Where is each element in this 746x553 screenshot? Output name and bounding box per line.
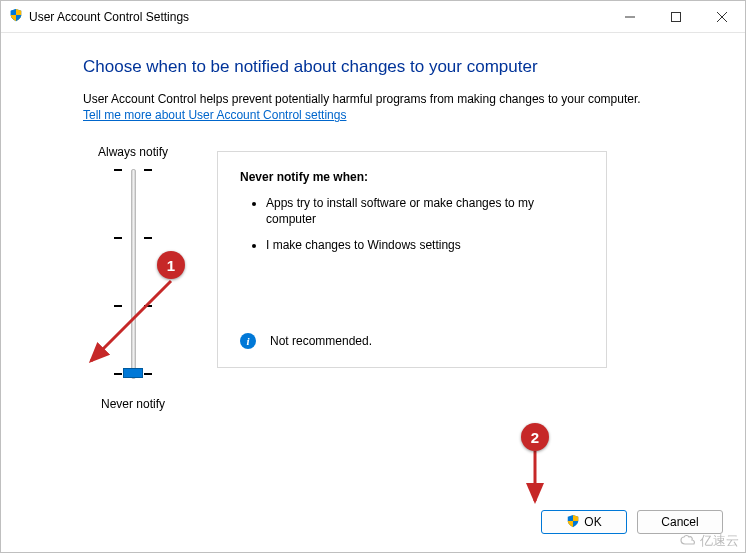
ok-button[interactable]: OK xyxy=(541,510,627,534)
ok-button-label: OK xyxy=(584,515,601,529)
cancel-button[interactable]: Cancel xyxy=(637,510,723,534)
annotation-badge-2: 2 xyxy=(521,423,549,451)
dialog-buttons: OK Cancel xyxy=(541,510,723,534)
annotation-badge-1: 1 xyxy=(157,251,185,279)
uac-settings-window: User Account Control Settings Choose whe… xyxy=(0,0,746,553)
content-area: Choose when to be notified about changes… xyxy=(1,33,745,552)
notify-bullet: Apps try to install software or make cha… xyxy=(266,196,566,227)
titlebar: User Account Control Settings xyxy=(1,1,745,33)
notify-box-title: Never notify me when: xyxy=(240,170,584,184)
watermark: 亿速云 xyxy=(680,532,739,550)
page-heading: Choose when to be notified about changes… xyxy=(83,57,687,77)
shield-icon xyxy=(9,8,23,25)
minimize-button[interactable] xyxy=(607,1,653,33)
annotation-arrow-1 xyxy=(81,273,181,373)
close-button[interactable] xyxy=(699,1,745,33)
annotation-arrow-2 xyxy=(525,449,545,509)
shield-icon xyxy=(566,514,580,531)
info-icon: i xyxy=(240,333,256,349)
notify-bullet: I make changes to Windows settings xyxy=(266,238,566,254)
maximize-button[interactable] xyxy=(653,1,699,33)
slider-tick xyxy=(114,169,152,171)
cancel-button-label: Cancel xyxy=(661,515,698,529)
slider-tick xyxy=(114,237,152,239)
recommendation-text: Not recommended. xyxy=(270,334,372,348)
slider-bottom-label: Never notify xyxy=(101,397,165,411)
description-text: User Account Control helps prevent poten… xyxy=(83,91,687,107)
window-title: User Account Control Settings xyxy=(29,10,189,24)
notification-details-box: Never notify me when: Apps try to instal… xyxy=(217,151,607,368)
svg-line-1 xyxy=(91,281,171,361)
learn-more-link[interactable]: Tell me more about User Account Control … xyxy=(83,108,346,122)
svg-rect-0 xyxy=(672,12,681,21)
window-controls xyxy=(607,1,745,33)
slider-top-label: Always notify xyxy=(98,145,168,159)
